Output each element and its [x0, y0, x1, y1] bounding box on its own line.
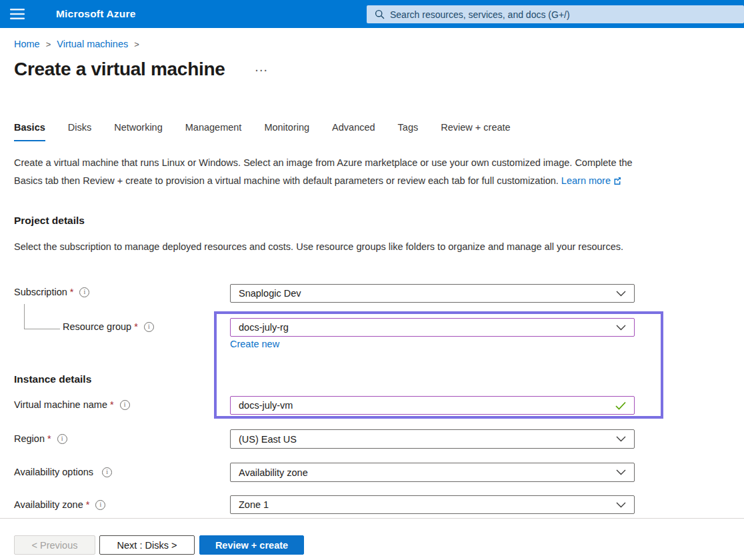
intro-text: Create a virtual machine that runs Linux… [14, 154, 639, 190]
tab-monitoring[interactable]: Monitoring [264, 122, 309, 141]
availability-zone-label: Availability zone * [14, 499, 105, 510]
instance-details-heading: Instance details [14, 373, 91, 385]
previous-button[interactable]: < Previous [14, 535, 95, 555]
footer-divider [0, 518, 744, 519]
intro-text-body: Create a virtual machine that runs Linux… [14, 157, 633, 186]
page-title: Create a virtual machine [14, 59, 225, 80]
required-asterisk: * [70, 287, 74, 297]
project-details-heading: Project details [14, 215, 85, 227]
required-asterisk: * [47, 433, 51, 444]
external-link-icon [613, 173, 621, 191]
info-icon[interactable] [79, 287, 89, 297]
resource-group-select[interactable]: docs-july-rg [230, 318, 635, 337]
subscription-label: Subscription * [14, 287, 89, 297]
search-icon [375, 9, 385, 19]
breadcrumb: Home > Virtual machines > [14, 39, 145, 49]
info-icon[interactable] [95, 500, 105, 510]
valid-check-icon [615, 401, 626, 410]
tab-review-create[interactable]: Review + create [441, 122, 510, 141]
info-icon[interactable] [120, 400, 130, 410]
info-icon[interactable] [102, 467, 112, 477]
vm-name-input[interactable]: docs-july-vm [230, 396, 635, 415]
subscription-resource-group-connector [24, 329, 60, 329]
vm-name-label: Virtual machine name * [14, 399, 130, 410]
tab-disks[interactable]: Disks [68, 122, 91, 141]
learn-more-link[interactable]: Learn more [561, 175, 621, 186]
required-asterisk: * [86, 499, 90, 510]
tab-advanced[interactable]: Advanced [332, 122, 375, 141]
breadcrumb-virtual-machines-link[interactable]: Virtual machines [57, 39, 128, 49]
azure-create-vm-page: Microsoft Azure Search resources, servic… [0, 0, 744, 560]
availability-options-label: Availability options [14, 467, 112, 477]
global-search-input[interactable]: Search resources, services, and docs (G+… [367, 5, 744, 23]
project-details-description: Select the subscription to manage deploy… [14, 238, 639, 256]
tab-tags[interactable]: Tags [398, 122, 419, 141]
more-menu-icon[interactable]: ··· [255, 65, 269, 76]
wizard-tabs: Basics Disks Networking Management Monit… [14, 122, 511, 141]
region-label: Region * [14, 433, 67, 444]
region-select[interactable]: (US) East US [230, 429, 635, 449]
chevron-down-icon [616, 502, 626, 508]
required-asterisk: * [110, 399, 114, 410]
next-disks-button[interactable]: Next : Disks > [99, 535, 195, 555]
review-create-button[interactable]: Review + create [199, 535, 304, 555]
tab-basics[interactable]: Basics [14, 122, 45, 141]
breadcrumb-separator-icon: > [134, 39, 139, 49]
top-bar: Microsoft Azure Search resources, servic… [0, 0, 744, 28]
required-asterisk: * [134, 321, 138, 332]
info-icon[interactable] [57, 434, 67, 444]
info-icon[interactable] [144, 322, 154, 332]
breadcrumb-separator-icon: > [46, 39, 51, 49]
search-placeholder: Search resources, services, and docs (G+… [390, 9, 570, 20]
chevron-down-icon [616, 291, 626, 297]
tab-management[interactable]: Management [185, 122, 242, 141]
breadcrumb-home-link[interactable]: Home [14, 39, 40, 49]
tab-networking[interactable]: Networking [114, 122, 163, 141]
subscription-resource-group-connector [24, 304, 25, 329]
app-title[interactable]: Microsoft Azure [56, 0, 136, 28]
subscription-select[interactable]: Snaplogic Dev [230, 284, 635, 303]
chevron-down-icon [616, 325, 626, 331]
resource-group-label: Resource group * [63, 321, 154, 332]
create-new-resource-group-link[interactable]: Create new [230, 339, 279, 349]
hamburger-menu-icon[interactable] [10, 7, 25, 21]
availability-options-select[interactable]: Availability zone [230, 463, 635, 482]
chevron-down-icon [616, 469, 626, 475]
chevron-down-icon [616, 436, 626, 442]
availability-zone-select[interactable]: Zone 1 [230, 495, 635, 514]
